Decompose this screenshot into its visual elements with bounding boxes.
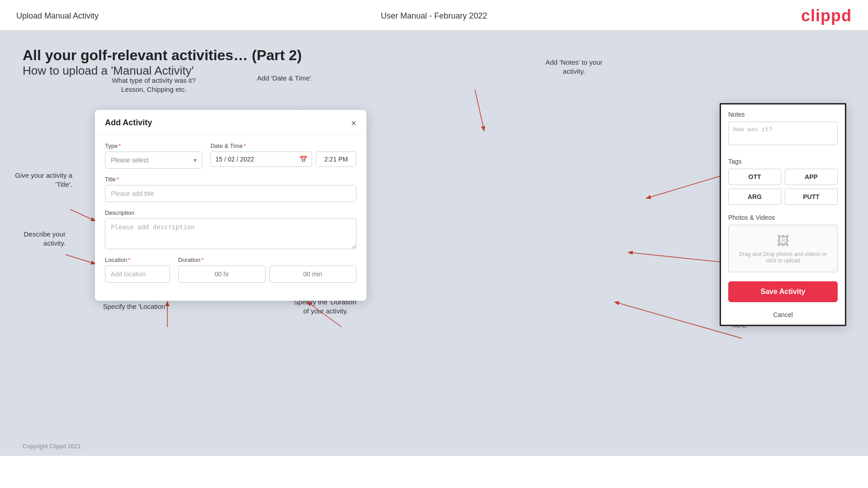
form-row-title: Title* xyxy=(105,176,356,202)
save-activity-button[interactable]: Save Activity xyxy=(728,281,838,302)
datetime-group: Date & Time* 15 / 02 / 2022 📅 2:21 PM xyxy=(210,142,356,169)
tag-ott[interactable]: OTT xyxy=(728,169,781,185)
close-button[interactable]: × xyxy=(351,118,356,128)
heading1: All your golf-relevant activities… (Part… xyxy=(23,47,845,64)
duration-row xyxy=(178,265,356,283)
cancel-button[interactable]: Cancel xyxy=(721,307,845,325)
type-select-wrapper: Please select ▾ xyxy=(105,152,202,169)
description-group: Description xyxy=(105,209,356,249)
annotation-notes: Add 'Notes' to your activity. xyxy=(524,58,624,76)
time-input[interactable]: 2:21 PM xyxy=(316,152,356,167)
photo-icon: 🖼 xyxy=(777,233,789,248)
top-bar: Upload Manual Activity User Manual - Feb… xyxy=(0,0,868,31)
datetime-row: 15 / 02 / 2022 📅 2:21 PM xyxy=(210,152,356,167)
dialog-body: Type* Please select ▾ Date & Time* xyxy=(95,134,366,283)
title-group: Title* xyxy=(105,176,356,202)
tags-grid: OTT APP ARG PUTT xyxy=(728,169,838,205)
svg-line-3 xyxy=(66,255,95,264)
annotation-datetime: Add 'Date & Time'. xyxy=(240,74,330,83)
right-panel: Notes Tags OTT APP ARG PUTT Photos & Vid… xyxy=(720,103,846,326)
form-row-location-duration: Location* Duration* xyxy=(105,256,356,283)
add-activity-dialog: Add Activity × Type* Please select ▾ xyxy=(95,110,366,301)
svg-line-6 xyxy=(475,90,484,130)
duration-min-input[interactable] xyxy=(269,265,356,283)
dialog-header: Add Activity × xyxy=(95,110,366,134)
photos-drop-text: Drag and Drop photos and videos or click… xyxy=(739,251,826,264)
tags-label: Tags xyxy=(728,158,838,165)
title-label: Title* xyxy=(105,176,356,183)
description-textarea[interactable] xyxy=(105,218,356,249)
annotation-location: Specify the 'Location'. xyxy=(100,302,172,311)
photos-section: Photos & Videos 🖼 Drag and Drop photos a… xyxy=(721,209,845,277)
title-input[interactable] xyxy=(105,185,356,202)
duration-hr-input[interactable] xyxy=(178,265,266,283)
main-content: All your golf-relevant activities… (Part… xyxy=(0,31,868,456)
page-heading: All your golf-relevant activities… (Part… xyxy=(23,47,845,78)
manual-title: User Manual - February 2022 xyxy=(381,11,487,21)
type-label: Type* xyxy=(105,142,202,149)
form-row-description: Description xyxy=(105,209,356,249)
type-group: Type* Please select ▾ xyxy=(105,142,202,169)
svg-line-2 xyxy=(70,209,95,221)
photos-drop-zone[interactable]: 🖼 Drag and Drop photos and videos or cli… xyxy=(728,225,838,272)
type-select[interactable]: Please select xyxy=(105,152,202,169)
logo: clippd xyxy=(801,6,852,25)
annotation-desc: Describe your activity. xyxy=(0,230,66,248)
location-input[interactable] xyxy=(105,265,170,283)
duration-label: Duration* xyxy=(178,256,356,263)
notes-textarea[interactable] xyxy=(728,122,838,145)
location-group: Location* xyxy=(105,256,170,283)
notes-section: Notes xyxy=(721,104,845,152)
dialog-title: Add Activity xyxy=(105,118,152,128)
description-label: Description xyxy=(105,209,356,216)
page-title: Upload Manual Activity xyxy=(16,11,99,21)
calendar-icon[interactable]: 📅 xyxy=(299,156,307,163)
datetime-label: Date & Time* xyxy=(210,142,356,149)
annotation-type: What type of activity was it? Lesson, Ch… xyxy=(109,76,199,95)
location-label: Location* xyxy=(105,256,170,263)
annotation-title: Give your activity a 'Title'. xyxy=(0,171,72,190)
tag-arg[interactable]: ARG xyxy=(728,189,781,205)
copyright: Copyright Clippd 2021 xyxy=(23,443,81,450)
date-input-wrapper[interactable]: 15 / 02 / 2022 📅 xyxy=(210,152,312,167)
photos-label: Photos & Videos xyxy=(728,214,838,221)
tag-putt[interactable]: PUTT xyxy=(785,189,838,205)
tags-section: Tags OTT APP ARG PUTT xyxy=(721,152,845,209)
notes-label: Notes xyxy=(728,111,838,118)
tag-app[interactable]: APP xyxy=(785,169,838,185)
duration-group: Duration* xyxy=(178,256,356,283)
date-value: 15 / 02 / 2022 xyxy=(215,156,254,163)
form-row-type-datetime: Type* Please select ▾ Date & Time* xyxy=(105,142,356,169)
